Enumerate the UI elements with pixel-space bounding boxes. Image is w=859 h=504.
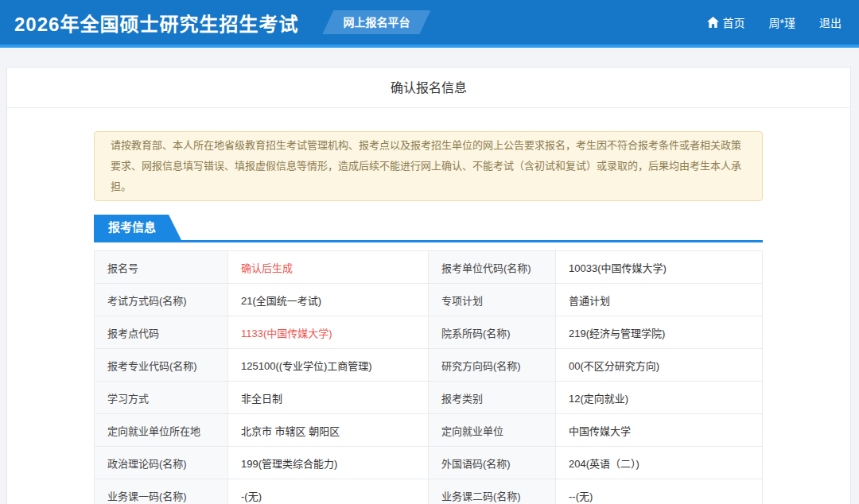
field-value: 普通计划 <box>556 284 763 316</box>
table-row: 报考专业代码(名称) 125100((专业学位)工商管理) 研究方向码(名称) … <box>95 349 763 382</box>
table-row: 定向就业单位所在地 北京市 市辖区 朝阳区 定向就业单位 中国传媒大学 <box>95 414 763 447</box>
table-row: 考试方式码(名称) 21(全国统一考试) 专项计划 普通计划 <box>95 284 763 316</box>
field-label: 院系所码(名称) <box>429 316 556 349</box>
field-label: 报考类别 <box>429 382 556 414</box>
field-value: 00(不区分研究方向) <box>556 349 763 382</box>
nav-home-label: 首页 <box>723 14 745 30</box>
platform-badge: 网上报名平台 <box>322 10 430 34</box>
field-value: 21(全国统一考试) <box>228 284 429 316</box>
field-value: -(无) <box>228 479 429 504</box>
field-label: 外国语码(名称) <box>429 447 556 479</box>
field-value: 199(管理类综合能力) <box>228 447 429 479</box>
notice-box: 请按教育部、本人所在地省级教育招生考试管理机构、报考点以及报考招生单位的网上公告… <box>94 131 763 201</box>
field-label: 专项计划 <box>429 284 556 316</box>
field-label: 报考单位代码(名称) <box>429 251 556 284</box>
field-value: 125100((专业学位)工商管理) <box>228 349 429 382</box>
field-value: 非全日制 <box>228 382 429 414</box>
page-title: 确认报名信息 <box>7 68 850 108</box>
field-value: 北京市 市辖区 朝阳区 <box>228 414 429 447</box>
header-nav: 首页 周*瑾 退出 <box>707 14 842 30</box>
table-row: 政治理论码(名称) 199(管理类综合能力) 外国语码(名称) 204(英语（二… <box>95 447 763 479</box>
field-label: 业务课二码(名称) <box>429 479 556 504</box>
field-value: 确认后生成 <box>228 251 429 284</box>
card-body: 请按教育部、本人所在地省级教育招生考试管理机构、报考点以及报考招生单位的网上公告… <box>7 108 850 504</box>
app-header: 2026年全国硕士研究生招生考试 网上报名平台 首页 周*瑾 退出 <box>0 0 859 48</box>
field-value: 12(定向就业) <box>556 382 763 414</box>
home-icon <box>707 17 719 28</box>
field-label: 业务课一码(名称) <box>95 479 228 504</box>
table-row: 学习方式 非全日制 报考类别 12(定向就业) <box>95 382 763 414</box>
field-label: 定向就业单位 <box>429 414 556 447</box>
tab-application-info[interactable]: 报考信息 <box>94 215 181 240</box>
field-value: 10033(中国传媒大学) <box>556 251 763 284</box>
registration-info-table: 报名号 确认后生成 报考单位代码(名称) 10033(中国传媒大学) 考试方式码… <box>94 250 763 504</box>
field-label: 政治理论码(名称) <box>95 447 228 479</box>
nav-username[interactable]: 周*瑾 <box>769 14 795 30</box>
field-label: 定向就业单位所在地 <box>95 414 228 447</box>
field-label: 考试方式码(名称) <box>95 284 228 316</box>
field-label: 报考点代码 <box>95 316 228 349</box>
field-label: 报考专业代码(名称) <box>95 349 228 382</box>
field-label: 研究方向码(名称) <box>429 349 556 382</box>
notice-text: 请按教育部、本人所在地省级教育招生考试管理机构、报考点以及报考招生单位的网上公告… <box>111 139 741 192</box>
table-row: 业务课一码(名称) -(无) 业务课二码(名称) --(无) <box>95 479 763 504</box>
content-card: 确认报名信息 请按教育部、本人所在地省级教育招生考试管理机构、报考点以及报考招生… <box>6 67 851 504</box>
table-row: 报考点代码 1133(中国传媒大学) 院系所码(名称) 219(经济与管理学院) <box>95 316 763 349</box>
field-value: 1133(中国传媒大学) <box>228 316 429 349</box>
field-value: 中国传媒大学 <box>556 414 763 447</box>
field-value: 219(经济与管理学院) <box>556 316 763 349</box>
field-value: 204(英语（二）) <box>556 447 763 479</box>
nav-logout-link[interactable]: 退出 <box>819 14 842 30</box>
section-tab-row: 报考信息 <box>94 215 763 242</box>
table-row: 报名号 确认后生成 报考单位代码(名称) 10033(中国传媒大学) <box>95 251 763 284</box>
field-label: 报名号 <box>95 251 228 284</box>
field-value: --(无) <box>556 479 763 504</box>
field-label: 学习方式 <box>95 382 228 414</box>
app-title: 2026年全国硕士研究生招生考试 <box>14 9 298 37</box>
nav-home-link[interactable]: 首页 <box>707 14 745 30</box>
